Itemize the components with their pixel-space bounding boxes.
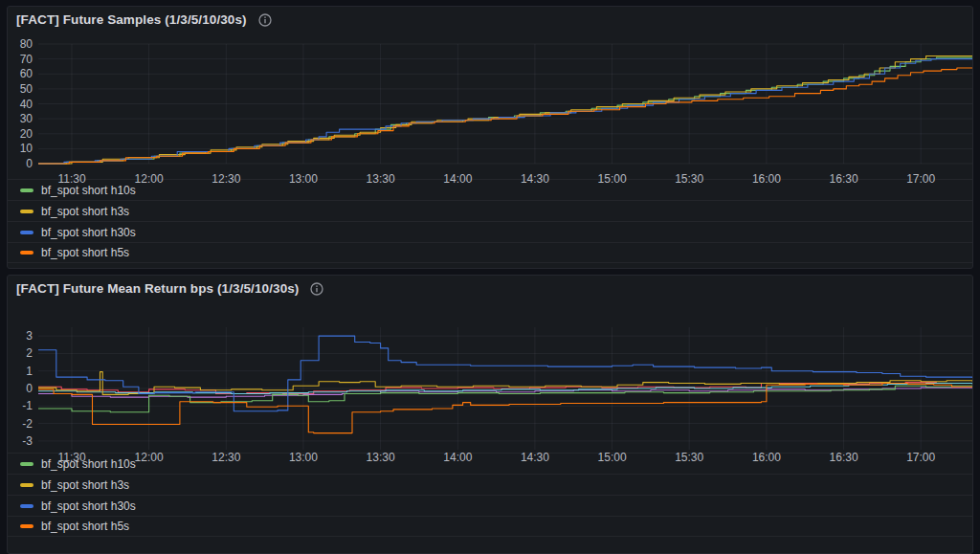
legend-swatch: [20, 524, 33, 528]
panel-mean-return: [FACT] Future Mean Return bps (1/3/5/10/…: [7, 275, 973, 554]
info-icon[interactable]: [258, 13, 272, 27]
series-line-unlabeled-purple: [38, 388, 972, 397]
legend-item[interactable]: bf_spot short h10s: [8, 453, 972, 474]
panel-header[interactable]: [FACT] Future Mean Return bps (1/3/5/10/…: [16, 281, 323, 296]
legend-list: bf_spot short h10sbf_spot short h3sbf_sp…: [8, 179, 972, 268]
y-tick-label: 0: [26, 382, 33, 395]
legend-item[interactable]: bf_spot short h5s: [8, 242, 972, 263]
legend-label: bf_spot short h10s: [41, 457, 136, 471]
y-tick-label: 40: [20, 98, 33, 111]
legend-item[interactable]: bf_spot short h3s: [8, 474, 972, 495]
legend-swatch: [20, 231, 33, 234]
y-tick-label: 80: [20, 37, 33, 51]
legend-label: bf_spot short h30s: [41, 226, 136, 239]
series-line-bf_spot-short-h3s: [38, 372, 972, 395]
legend-label: bf_spot short h30s: [41, 499, 136, 513]
legend-label: bf_spot short h3s: [41, 205, 129, 218]
legend-list: bf_spot short h10sbf_spot short h3sbf_sp…: [8, 453, 972, 553]
y-tick-label: 2: [26, 346, 33, 360]
legend-item[interactable]: bf_spot short h10s: [8, 179, 972, 200]
grid: [38, 327, 972, 450]
series-line-bf_spot-short-h5s: [38, 68, 972, 164]
y-tick-label: 20: [20, 127, 33, 141]
y-tick-label: -2: [22, 417, 33, 431]
legend-label: bf_spot short h3s: [41, 478, 129, 492]
legend-item[interactable]: bf_spot short h30s: [8, 221, 972, 242]
chart-canvas-mean-return[interactable]: 11:3012:0012:3013:0013:3014:0014:3015:00…: [8, 276, 972, 467]
series-line-bf_spot-short-h3s: [38, 56, 972, 165]
series-line-bf_spot-short-h30s: [38, 336, 972, 411]
legend-swatch: [20, 462, 33, 466]
series-line-unlabeled-teal: [38, 384, 972, 394]
y-tick-label: 3: [26, 329, 33, 343]
legend-swatch: [20, 483, 33, 487]
legend-swatch: [20, 210, 33, 213]
y-tick-label: 60: [20, 67, 33, 80]
panel-future-samples: [FACT] Future Samples (1/3/5/10/30s) 11:…: [7, 6, 973, 269]
series-line-bf_spot-short-h10s: [38, 57, 972, 164]
y-tick-label: 30: [20, 112, 33, 125]
legend-label: bf_spot short h5s: [41, 520, 129, 533]
info-icon[interactable]: [310, 282, 323, 296]
legend-label: bf_spot short h10s: [41, 184, 136, 197]
series-line-bf_spot-short-h10s: [38, 386, 972, 411]
grid: [38, 44, 972, 164]
y-tick-label: 10: [20, 142, 33, 155]
panel-title: [FACT] Future Samples (1/3/5/10/30s): [16, 12, 247, 27]
legend-swatch: [20, 251, 33, 255]
chart-canvas-samples[interactable]: 11:3012:0012:3013:0013:3014:0014:3015:00…: [8, 7, 972, 188]
y-tick-label: -3: [22, 434, 33, 448]
legend-swatch: [20, 504, 33, 508]
legend-item[interactable]: bf_spot short h5s: [8, 516, 972, 537]
y-tick-label: 70: [20, 53, 33, 66]
y-tick-label: 50: [20, 82, 33, 96]
legend-label: bf_spot short h5s: [41, 246, 129, 259]
series-line-bf_spot-short-h30s: [38, 59, 972, 164]
legend-swatch: [20, 188, 33, 192]
series-line-bf_spot-short-h5s: [38, 384, 972, 433]
panel-title: [FACT] Future Mean Return bps (1/3/5/10/…: [16, 281, 299, 296]
legend-item[interactable]: bf_spot short h3s: [8, 200, 972, 221]
y-tick-label: -1: [22, 399, 33, 412]
legend-item[interactable]: bf_spot short h30s: [8, 495, 972, 516]
y-tick-label: 1: [26, 365, 33, 378]
y-tick-label: 0: [26, 157, 33, 170]
series-line-unlabeled-red: [38, 383, 972, 394]
panel-header[interactable]: [FACT] Future Samples (1/3/5/10/30s): [16, 12, 272, 27]
